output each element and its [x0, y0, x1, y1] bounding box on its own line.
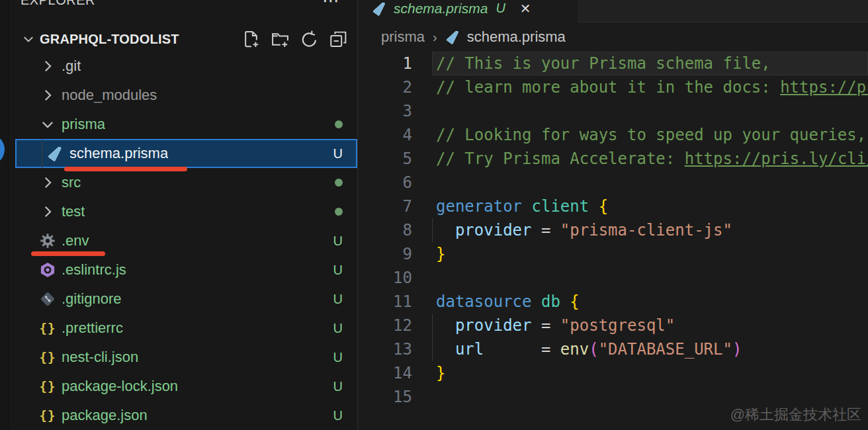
- tree-item-label: schema.prisma: [69, 145, 168, 162]
- tree-item--git[interactable]: .git: [9, 52, 357, 81]
- tree-item-label: .gitignore: [62, 290, 122, 308]
- tree-item-nest-cli-json[interactable]: {}nest-cli.jsonU: [9, 343, 357, 372]
- braces-icon: {}: [39, 320, 56, 337]
- token: env: [560, 340, 589, 359]
- tree-item-package-json[interactable]: {}package.jsonU: [9, 401, 357, 430]
- line-number: 5: [359, 147, 412, 171]
- tree-item-schema-prisma[interactable]: schema.prismaU: [9, 139, 357, 168]
- activity-bar-edge: [0, 0, 9, 430]
- code-line-8[interactable]: 8 provider = "prisma-client-js": [359, 218, 868, 242]
- token: provider: [455, 316, 532, 335]
- line-number: 12: [359, 314, 412, 337]
- code-line-4[interactable]: 4// Looking for ways to speed up your qu…: [359, 123, 868, 147]
- more-actions-icon[interactable]: ⋯: [322, 0, 340, 9]
- eslint-icon: [39, 261, 56, 279]
- line-text: // Try Prisma Accelerate: https://pris.l…: [432, 147, 868, 171]
- refresh-explorer-icon[interactable]: [300, 30, 319, 49]
- tree-item-label: .env: [62, 232, 89, 249]
- line-text: [432, 266, 868, 290]
- chevron-right-icon: [39, 87, 56, 104]
- git-icon: [39, 290, 56, 308]
- breadcrumb-file[interactable]: schema.prisma: [467, 28, 566, 46]
- untracked-dot-badge: [335, 208, 343, 216]
- explorer-section-header[interactable]: GRAPHQL-TODOLIST: [9, 26, 357, 52]
- token: [436, 221, 455, 239]
- line-number: 9: [359, 242, 412, 266]
- comment-link[interactable]: https://pris.ly/d/prisma-schema: [780, 78, 868, 97]
- vscode-window: EXPLORER ⋯ GRAPHQL-TODOLIST .gitnode_mod…: [0, 0, 868, 430]
- tree-item-label: package-lock.json: [62, 378, 178, 395]
- code-line-11[interactable]: 11datasource db {: [359, 290, 868, 314]
- untracked-dot-badge: [335, 179, 343, 187]
- tree-item-node-modules[interactable]: node_modules: [9, 81, 357, 110]
- tree-item-label: test: [62, 203, 85, 220]
- code-line-5[interactable]: 5// Try Prisma Accelerate: https://pris.…: [359, 147, 868, 171]
- new-folder-icon[interactable]: [271, 30, 290, 49]
- code-line-10[interactable]: 10: [359, 266, 868, 290]
- token: // This is your Prisma schema file,: [436, 54, 771, 73]
- code-line-1[interactable]: 1// This is your Prisma schema file,: [359, 52, 868, 75]
- prisma-icon: [372, 1, 388, 17]
- explorer-sidebar: EXPLORER ⋯ GRAPHQL-TODOLIST .gitnode_mod…: [9, 0, 358, 430]
- token: provider: [455, 221, 532, 239]
- line-text: }: [432, 361, 868, 385]
- git-status-badge: U: [333, 350, 343, 365]
- tree-item-src[interactable]: src: [9, 168, 357, 197]
- line-text: [432, 171, 868, 194]
- tree-item-package-lock-json[interactable]: {}package-lock.jsonU: [9, 372, 357, 401]
- git-status-badge: U: [333, 146, 343, 161]
- code-editor[interactable]: 1// This is your Prisma schema file,2// …: [359, 52, 868, 409]
- braces-icon: {}: [39, 378, 56, 395]
- explorer-panel-title: EXPLORER: [21, 0, 95, 8]
- line-number: 8: [359, 218, 412, 242]
- code-line-7[interactable]: 7generator client {: [359, 194, 868, 218]
- line-text: [432, 99, 868, 123]
- line-text: provider = "postgresql": [432, 314, 868, 337]
- tree-item-prisma[interactable]: prisma: [9, 110, 357, 139]
- close-icon[interactable]: ✕: [520, 1, 531, 17]
- line-number: 13: [359, 337, 412, 361]
- line-text: url = env("DATABASE_URL"): [432, 337, 868, 361]
- collapse-folders-icon[interactable]: [329, 30, 348, 49]
- code-line-9[interactable]: 9}: [359, 242, 868, 266]
- tree-item-label: .eslintrc.js: [62, 261, 126, 279]
- tree-item-label: .prettierrc: [62, 320, 123, 337]
- code-line-13[interactable]: 13 url = env("DATABASE_URL"): [359, 337, 868, 361]
- tree-item-label: prisma: [62, 116, 105, 133]
- token: "DATABASE_URL": [599, 340, 732, 359]
- token: ): [732, 340, 742, 359]
- code-line-14[interactable]: 14}: [359, 361, 868, 385]
- tree-item--gitignore[interactable]: .gitignoreU: [9, 284, 357, 314]
- code-line-12[interactable]: 12 provider = "postgresql": [359, 314, 868, 337]
- tree-item-label: nest-cli.json: [62, 349, 138, 366]
- tree-item--prettierrc[interactable]: {}.prettierrcU: [9, 314, 357, 343]
- token: [436, 340, 455, 359]
- git-status-badge: U: [333, 292, 343, 307]
- token: db: [541, 292, 560, 311]
- tree-item-test[interactable]: test: [9, 197, 357, 226]
- line-number: 1: [359, 52, 412, 75]
- tab-schema-prisma[interactable]: schema.prisma U ✕: [359, 0, 579, 22]
- comment-link[interactable]: https://pris.ly/cli/accelerate: [685, 150, 868, 168]
- code-line-6[interactable]: 6: [359, 171, 868, 194]
- token: [436, 316, 455, 335]
- token: datasource: [436, 292, 532, 311]
- explorer-header: EXPLORER ⋯: [9, 0, 357, 9]
- git-status-badge: U: [333, 321, 343, 336]
- chevron-right-icon: [39, 174, 56, 191]
- braces-icon: {}: [39, 349, 56, 366]
- line-number: 11: [359, 290, 412, 314]
- line-text: provider = "prisma-client-js": [432, 218, 868, 242]
- indent-guide: [42, 139, 42, 168]
- new-file-icon[interactable]: [241, 30, 261, 49]
- git-status-badge: U: [333, 379, 343, 394]
- selection-highlight: [15, 139, 357, 168]
- breadcrumb-folder[interactable]: prisma: [381, 28, 425, 46]
- code-line-3[interactable]: 3: [359, 99, 868, 123]
- git-status-badge: U: [333, 263, 343, 278]
- tree-item--eslintrc-js[interactable]: .eslintrc.jsU: [9, 255, 357, 284]
- token: "postgresql": [560, 316, 675, 335]
- token: // learn more about it in the docs:: [436, 78, 780, 97]
- code-line-2[interactable]: 2// learn more about it in the docs: htt…: [359, 75, 868, 99]
- line-number: 6: [359, 171, 412, 194]
